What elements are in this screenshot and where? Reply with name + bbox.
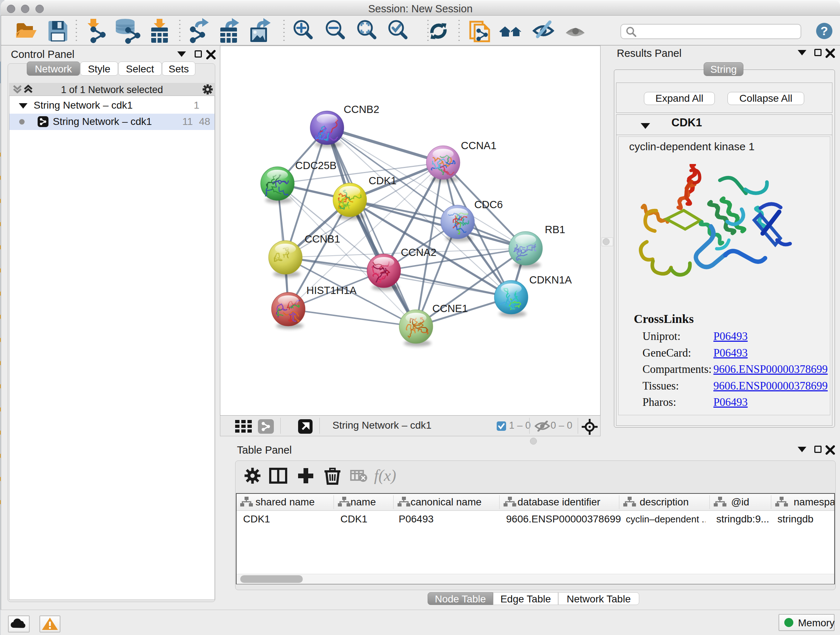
svg-text:CCNB2: CCNB2 (344, 103, 379, 115)
svg-text:HIST1H1A: HIST1H1A (306, 285, 357, 296)
svg-text:CCNA1: CCNA1 (461, 140, 496, 151)
svg-text:f(x): f(x) (374, 467, 396, 485)
svg-text:CDC6: CDC6 (474, 199, 503, 211)
svg-text:CDC25B: CDC25B (295, 160, 336, 171)
svg-text:CDK1: CDK1 (369, 175, 396, 187)
svg-text:RB1: RB1 (545, 224, 565, 235)
svg-text:CCNB1: CCNB1 (305, 233, 340, 245)
svg-text:CCNE1: CCNE1 (432, 302, 468, 314)
svg-text:CDKN1A: CDKN1A (529, 274, 572, 286)
svg-text:CCNA2: CCNA2 (401, 247, 436, 258)
